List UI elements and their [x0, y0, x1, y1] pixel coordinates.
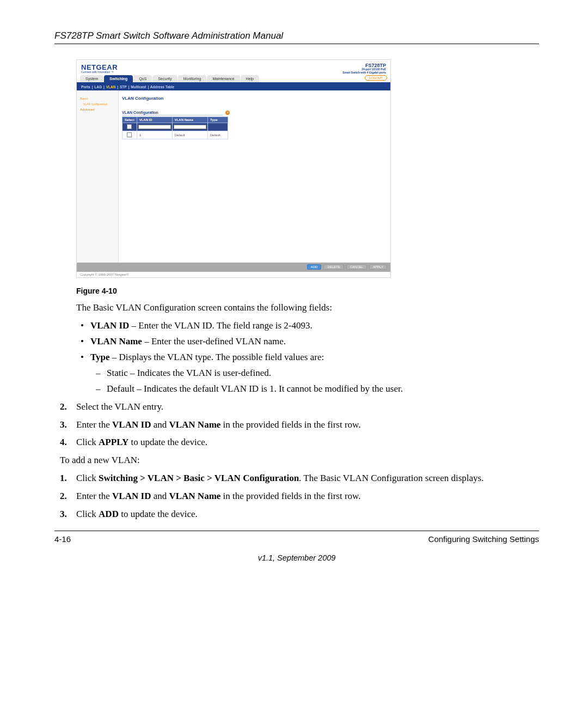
delete-button[interactable]: DELETE [323, 264, 344, 270]
tab-help[interactable]: Help [241, 75, 259, 82]
footer-rule [54, 531, 539, 531]
footer-row: 4-16 Configuring Switching Settings [54, 534, 539, 544]
steps-list-b: Click Switching > VLAN > Basic > VLAN Co… [54, 472, 539, 521]
cell-vlan-name: Default [172, 131, 207, 139]
sub-default: Default – Indicates the default VLAN ID … [90, 383, 539, 395]
subnav-multicast[interactable]: Multicast [131, 85, 146, 89]
step-b-3: Click ADD to update the device. [54, 508, 539, 521]
logout-button[interactable]: LOGOUT [365, 75, 387, 81]
th-select: Select [122, 117, 137, 123]
table-input-row [122, 123, 228, 131]
to-add-heading: To add a new VLAN: [60, 454, 539, 467]
th-vlan-name: VLAN Name [172, 117, 207, 123]
brand-tagline: Connect with Innovation ™ [81, 70, 118, 74]
th-vlan-id: VLAN ID [137, 117, 172, 123]
desc-type: – Displays the VLAN type. The possible f… [110, 352, 324, 362]
cell-vlan-id: 1 [137, 131, 172, 139]
cancel-button[interactable]: CANCEL [346, 264, 367, 270]
subnav-stp[interactable]: STP [120, 85, 127, 89]
table-header-row: Select VLAN ID VLAN Name Type [122, 117, 228, 123]
version-footer: v1.1, September 2009 [54, 553, 539, 562]
subnav-lag[interactable]: LAG [94, 85, 102, 89]
intro-paragraph: The Basic VLAN Configuration screen cont… [76, 302, 539, 314]
subnav-ports[interactable]: Ports [81, 85, 90, 89]
step-a-4: Click APPLY to update the device. [54, 436, 539, 449]
tab-switching[interactable]: Switching [104, 75, 133, 82]
figure-header: NETGEAR Connect with Innovation ™ FS728T… [77, 60, 390, 75]
select-all-checkbox[interactable] [127, 124, 132, 129]
figure-wrap: NETGEAR Connect with Innovation ™ FS728T… [76, 59, 539, 278]
cell-type: Default [208, 131, 228, 139]
model-block: FS728TP 24-port 10/100 PoE Smart Switch … [342, 63, 386, 74]
desc-vlan-id: – Enter the VLAN ID. The field range is … [129, 320, 312, 331]
bullet-vlan-name: VLAN Name – Enter the user-defined VLAN … [76, 336, 539, 348]
bullet-vlan-id: VLAN ID – Enter the VLAN ID. The field r… [76, 320, 539, 332]
header-rule [54, 44, 539, 44]
main-tabs-row: System Switching QoS Security Monitoring… [77, 75, 390, 83]
input-vlan-id[interactable] [138, 125, 171, 129]
desc-vlan-name: – Enter the user-defined VLAN name. [142, 336, 286, 346]
tab-system[interactable]: System [80, 75, 103, 82]
sub-static: Static – Indicates the VLAN is user-defi… [90, 367, 539, 380]
apply-button[interactable]: APPLY [369, 264, 387, 270]
step-a-2: Select the VLAN entry. [54, 401, 539, 413]
step-b-1: Click Switching > VLAN > Basic > VLAN Co… [54, 472, 539, 485]
subnav-address-table[interactable]: Address Table [150, 85, 174, 89]
bullet-type: Type – Displays the VLAN type. The possi… [76, 351, 539, 395]
leftnav-advanced[interactable]: Advanced [80, 108, 116, 111]
step-a-3: Enter the VLAN ID and VLAN Name in the p… [54, 419, 539, 431]
th-type: Type [208, 117, 228, 123]
subnav-bar: Ports| LAG| VLAN| STP| Multicast| Addres… [77, 83, 390, 90]
leftnav-basic[interactable]: Basic [80, 97, 116, 100]
field-bullets: VLAN ID – Enter the VLAN ID. The field r… [76, 320, 539, 395]
panel-title: VLAN Configuration [122, 96, 386, 101]
left-nav: Basic VLAN Configuration Advanced [77, 90, 119, 263]
section-name: Configuring Switching Settings [428, 534, 539, 544]
netgear-screenshot: NETGEAR Connect with Innovation ™ FS728T… [76, 59, 391, 278]
tab-qos[interactable]: QoS [133, 75, 152, 82]
action-bar: ADD DELETE CANCEL APPLY [77, 263, 390, 272]
tab-monitoring[interactable]: Monitoring [178, 75, 207, 82]
main-tabs: System Switching QoS Security Monitoring… [80, 75, 260, 82]
help-icon[interactable]: ? [225, 111, 230, 115]
row-checkbox[interactable] [127, 132, 132, 137]
steps-list-a: Select the VLAN entry. Enter the VLAN ID… [54, 401, 539, 449]
figure-caption: Figure 4-10 [76, 287, 539, 295]
label-vlan-name: VLAN Name [90, 336, 142, 346]
page-number: 4-16 [54, 534, 71, 544]
panel-subtitle-row: VLAN Configuration ? [122, 111, 230, 115]
add-button[interactable]: ADD [307, 264, 322, 270]
type-sublist: Static – Indicates the VLAN is user-defi… [90, 367, 539, 395]
tab-security[interactable]: Security [152, 75, 177, 82]
subnav-vlan[interactable]: VLAN [106, 85, 116, 89]
brand-block: NETGEAR Connect with Innovation ™ [81, 63, 118, 74]
content-area: VLAN Configuration VLAN Configuration ? … [119, 90, 390, 263]
label-type: Type [90, 352, 110, 362]
panel-subtitle: VLAN Configuration [122, 111, 223, 115]
doc-header-title: FS728TP Smart Switch Software Administra… [54, 31, 539, 41]
step-b-2: Enter the VLAN ID and VLAN Name in the p… [54, 490, 539, 503]
figure-body: Basic VLAN Configuration Advanced VLAN C… [77, 90, 390, 263]
leftnav-vlan-config[interactable]: VLAN Configuration [83, 102, 116, 106]
table-row: 1 Default Default [122, 131, 228, 139]
input-vlan-name[interactable] [174, 125, 206, 129]
model-desc-2: Smart Switch with 4 Gigabit ports [342, 71, 386, 74]
label-vlan-id: VLAN ID [90, 320, 129, 331]
vlan-table: Select VLAN ID VLAN Name Type 1 [122, 117, 228, 139]
tab-maintenance[interactable]: Maintenance [207, 75, 240, 82]
copyright-text: Copyright © 1996-2007 Netgear® [77, 272, 390, 277]
